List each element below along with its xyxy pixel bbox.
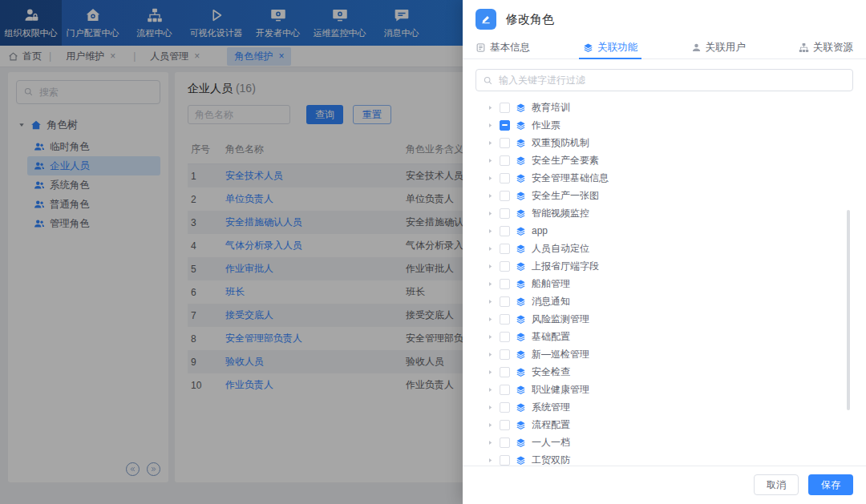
checkbox[interactable] [500,314,510,325]
tree-node-label[interactable]: 安全生产一张图 [532,189,599,203]
tree-node-label[interactable]: 双重预防机制 [532,136,589,150]
caret-right-icon[interactable] [487,228,494,235]
checkbox[interactable] [500,420,510,430]
checkbox[interactable] [500,155,510,166]
tree-node-label[interactable]: 安全检查 [532,365,570,379]
drawer-tab[interactable]: 关联资源 [799,37,853,58]
layers-icon [516,191,526,201]
layers-icon [516,120,526,131]
checkbox[interactable] [500,191,510,201]
caret-right-icon[interactable] [487,157,494,164]
tree-node-label[interactable]: 智能视频监控 [532,207,589,220]
caret-right-icon[interactable] [487,386,494,393]
layers-icon [516,155,526,166]
cancel-button[interactable]: 取消 [754,474,799,495]
tree-node[interactable]: 安全生产一张图 [475,187,853,204]
tree-node[interactable]: 安全生产全要素 [475,151,853,169]
save-button[interactable]: 保存 [808,474,853,495]
checkbox[interactable] [500,455,510,466]
caret-right-icon[interactable] [487,404,494,411]
caret-right-icon[interactable] [487,333,494,341]
drawer-tab[interactable]: 关联用户 [691,37,746,58]
tree-node[interactable]: 一人一档 [475,433,853,451]
checkbox[interactable] [500,138,510,148]
drawer-tab[interactable]: 关联功能 [583,37,637,58]
tree-node-label[interactable]: 风险监测管理 [532,312,589,326]
checkbox[interactable] [500,261,510,272]
checkbox[interactable] [500,173,510,183]
caret-right-icon[interactable] [487,122,494,129]
function-filter-input[interactable] [475,69,853,91]
checkbox[interactable] [500,437,510,448]
tree-node[interactable]: 人员自动定位 [475,240,853,257]
caret-right-icon[interactable] [487,263,494,270]
checkbox[interactable] [500,120,510,131]
caret-right-icon[interactable] [487,421,494,429]
tree-node[interactable]: 安全管理基础信息 [475,169,853,187]
tree-node-label[interactable]: 上报省厅端字段 [532,260,599,273]
layers-icon [516,261,526,272]
checkbox[interactable] [500,402,510,413]
tree-node[interactable]: 职业健康管理 [475,381,853,398]
caret-right-icon[interactable] [487,298,494,305]
caret-right-icon[interactable] [487,316,494,323]
caret-right-icon[interactable] [487,192,494,200]
tree-node-label[interactable]: 新—巡检管理 [532,348,589,361]
checkbox[interactable] [500,244,510,254]
caret-right-icon[interactable] [487,245,494,252]
caret-right-icon[interactable] [487,457,494,464]
tree-node[interactable]: 双重预防机制 [475,134,853,151]
checkbox[interactable] [500,279,510,289]
tree-node[interactable]: 作业票 [475,116,853,134]
layers-icon [516,367,526,377]
scrollbar-thumb[interactable] [847,210,850,410]
tree-node[interactable]: 智能视频监控 [475,204,853,222]
tree-node[interactable]: app [475,222,853,240]
tree-node[interactable]: 系统管理 [475,398,853,416]
tree-node[interactable]: 船舶管理 [475,275,853,292]
tree-node-label[interactable]: 职业健康管理 [532,383,589,397]
tree-node-label[interactable]: 船舶管理 [532,277,570,291]
checkbox[interactable] [500,226,510,236]
caret-right-icon[interactable] [487,280,494,288]
tree-node-label[interactable]: 一人一档 [532,436,570,450]
checkbox[interactable] [500,296,510,307]
caret-right-icon[interactable] [487,351,494,358]
tree-node-label[interactable]: 消息通知 [532,295,570,308]
checkbox[interactable] [500,103,510,113]
drawer-tab-label: 关联资源 [813,41,853,54]
layers-icon [516,103,526,113]
caret-right-icon[interactable] [487,104,494,111]
tree-node[interactable]: 风险监测管理 [475,310,853,328]
drawer-footer: 取消 保存 [463,466,866,504]
tree-node-label[interactable]: 流程配置 [532,418,570,432]
drawer-tab[interactable]: 基本信息 [475,37,530,58]
checkbox[interactable] [500,208,510,219]
tree-node[interactable]: 基础配置 [475,328,853,345]
caret-right-icon[interactable] [487,139,494,147]
tree-node-label[interactable]: 工贸双防 [532,454,570,467]
tree-node[interactable]: 流程配置 [475,416,853,433]
caret-right-icon[interactable] [487,210,494,217]
tree-node[interactable]: 上报省厅端字段 [475,257,853,275]
caret-right-icon[interactable] [487,369,494,376]
tree-node-label[interactable]: 安全生产全要素 [532,154,599,167]
tree-node-label[interactable]: 教育培训 [532,101,570,115]
tree-node[interactable]: 教育培训 [475,99,853,116]
tree-node-label[interactable]: app [532,225,548,236]
tree-node-label[interactable]: 系统管理 [532,401,570,414]
checkbox[interactable] [500,385,510,395]
tree-node-label[interactable]: 基础配置 [532,330,570,344]
tree-node[interactable]: 安全检查 [475,363,853,381]
tree-node-label[interactable]: 人员自动定位 [532,242,589,256]
tree-node-label[interactable]: 安全管理基础信息 [532,171,609,185]
caret-right-icon[interactable] [487,175,494,182]
checkbox[interactable] [500,367,510,377]
checkbox[interactable] [500,349,510,360]
tree-node[interactable]: 新—巡检管理 [475,345,853,363]
caret-right-icon[interactable] [487,439,494,446]
layers-icon [516,314,526,325]
checkbox[interactable] [500,332,510,342]
tree-node-label[interactable]: 作业票 [532,119,560,132]
tree-node[interactable]: 消息通知 [475,292,853,310]
